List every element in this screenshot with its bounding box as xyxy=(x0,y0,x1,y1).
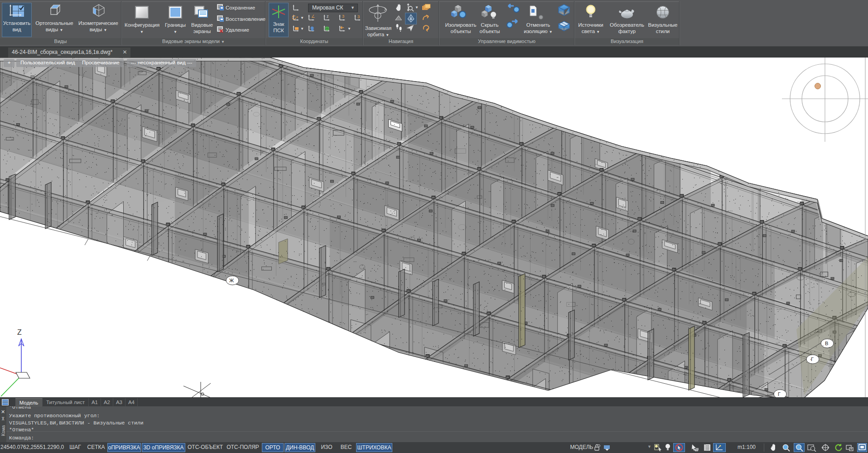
svg-text:3: 3 xyxy=(357,14,360,19)
svg-text:z: z xyxy=(327,14,329,19)
svg-text:Ж: Ж xyxy=(229,278,234,283)
svg-text:Г: Г xyxy=(811,357,814,362)
svg-text:Г: Г xyxy=(778,391,781,397)
svg-text:В: В xyxy=(825,341,828,346)
svg-text:∠: ∠ xyxy=(311,14,315,19)
svg-text:3: 3 xyxy=(342,14,344,19)
svg-text:x: x xyxy=(296,15,298,19)
svg-text:Z: Z xyxy=(17,328,22,336)
